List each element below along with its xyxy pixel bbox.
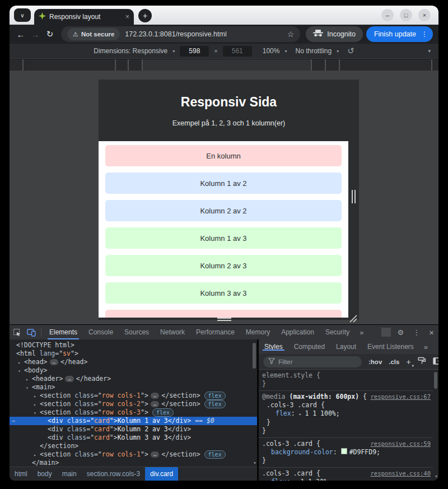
- breadcrumb-item[interactable]: div.card: [145, 467, 178, 481]
- tree-line[interactable]: ▾<main>: [10, 383, 257, 392]
- device-toolbar-more-icon[interactable]: ▾: [428, 48, 431, 54]
- style-rule[interactable]: @media (max-width: 600px) {responsive.cs…: [259, 391, 433, 438]
- address-bar[interactable]: ⚠ Not secure 172.23.0.1:8081/responsive.…: [61, 26, 300, 42]
- tree-line[interactable]: <div class="card">Kolumn 2 av 3</div>: [10, 425, 257, 434]
- viewport-resize-handle-bottom[interactable]: [217, 318, 231, 322]
- expand-shorthand-icon[interactable]: ▸: [299, 410, 305, 418]
- devtools-tab-security[interactable]: Security: [320, 325, 355, 339]
- minimize-button[interactable]: –: [381, 9, 394, 21]
- tree-line[interactable]: ▾<body>: [10, 366, 257, 375]
- breadcrumb-item[interactable]: body: [32, 467, 57, 481]
- expand-arrow-icon[interactable]: ▸: [18, 358, 21, 367]
- sidebar-tab-styles[interactable]: Styles: [259, 343, 288, 351]
- color-swatch[interactable]: [341, 448, 347, 454]
- node-menu-icon[interactable]: ⋯: [12, 417, 15, 425]
- close-devtools-icon[interactable]: ×: [424, 328, 438, 337]
- reload-icon[interactable]: ↻: [44, 29, 55, 39]
- more-sidebar-tabs-icon[interactable]: »: [419, 343, 432, 351]
- breadcrumb-item[interactable]: section.row.cols-3: [82, 467, 145, 481]
- stylesheet-link[interactable]: responsive.css:67: [371, 393, 433, 401]
- stylesheet-link[interactable]: responsive.css:59: [371, 440, 433, 448]
- tree-line[interactable]: <div class="card">Kolumn 3 av 3</div>: [10, 434, 257, 442]
- incognito-badge[interactable]: Incognito: [306, 26, 363, 42]
- browser-tab[interactable]: Responsiv layout ×: [34, 9, 134, 25]
- tree-line[interactable]: ▸<section class="row cols-1">…</section>…: [10, 392, 257, 400]
- tab-close-icon[interactable]: ×: [125, 13, 129, 21]
- collapsed-content-icon[interactable]: …: [65, 376, 73, 382]
- tree-line[interactable]: </section>: [10, 442, 257, 450]
- tree-line[interactable]: ▾<section class="row cols-3">flex: [10, 408, 257, 417]
- collapse-arrow-icon[interactable]: ▾: [26, 384, 29, 392]
- kebab-icon[interactable]: ⋮: [408, 328, 424, 337]
- device-toolbar-toggle-icon[interactable]: [24, 328, 39, 337]
- style-rule[interactable]: .cols-3 .card {responsive.css:40flex: ▸ …: [259, 468, 433, 481]
- devtools-tab-application[interactable]: Application: [276, 325, 320, 339]
- devtools-tab-sources[interactable]: Sources: [119, 325, 155, 339]
- tree-line[interactable]: <html lang="sv">: [10, 350, 257, 358]
- element-class-toggle[interactable]: .cls: [389, 358, 399, 365]
- rotate-device-icon[interactable]: ↺: [347, 46, 354, 56]
- collapsed-content-icon[interactable]: …: [151, 451, 159, 458]
- scrollbar-thumb[interactable]: [253, 343, 256, 369]
- close-button[interactable]: ×: [418, 9, 431, 21]
- dimensions-dropdown[interactable]: Dimensions: Responsive: [94, 47, 167, 55]
- expand-shorthand-icon[interactable]: ▸: [295, 478, 301, 481]
- paint-roller-icon[interactable]: [418, 357, 426, 367]
- bookmark-star-icon[interactable]: ☆: [287, 30, 295, 39]
- devtools-tab-elements[interactable]: Elements: [44, 325, 83, 339]
- expand-arrow-icon[interactable]: ▸: [34, 400, 36, 409]
- devtools-tab-performance[interactable]: Performance: [190, 325, 240, 339]
- collapsed-content-icon[interactable]: …: [151, 401, 159, 407]
- new-tab-button[interactable]: +: [138, 9, 152, 22]
- zoom-dropdown[interactable]: 100%: [263, 47, 280, 55]
- style-rule[interactable]: .cols-3 .card {responsive.css:59backgrou…: [259, 438, 433, 468]
- inspect-element-icon[interactable]: [10, 328, 24, 337]
- expand-arrow-icon[interactable]: ▸: [26, 375, 29, 384]
- media-query-segment[interactable]: [142, 59, 311, 71]
- width-input[interactable]: 598: [180, 46, 209, 57]
- tree-line[interactable]: ▸<head>…</head>: [10, 358, 257, 366]
- flex-badge[interactable]: flex: [204, 450, 226, 459]
- gear-icon[interactable]: ⚙: [393, 328, 409, 337]
- scrollbar-thumb[interactable]: [434, 372, 437, 389]
- style-rule[interactable]: element.style {}: [259, 370, 433, 391]
- url-text[interactable]: 172.23.0.1:8081/responsive.html: [125, 30, 282, 38]
- style-property[interactable]: flex: ▸ 1 1 30%;: [262, 478, 433, 481]
- flex-badge[interactable]: flex: [204, 400, 226, 408]
- more-tabs-icon[interactable]: »: [355, 328, 368, 337]
- devtools-tab-memory[interactable]: Memory: [240, 325, 276, 339]
- style-property[interactable]: flex: ▸ 1 1 100%;: [262, 409, 433, 418]
- scrollbar-down-icon[interactable]: ▾: [435, 474, 437, 479]
- back-icon[interactable]: ←: [15, 30, 26, 39]
- tree-line[interactable]: <!DOCTYPE html>: [10, 341, 257, 350]
- devtools-tab-network[interactable]: Network: [155, 325, 190, 339]
- viewport-resize-handle-right[interactable]: [352, 190, 357, 203]
- style-property[interactable]: background-color: #D9FFD9;: [262, 448, 433, 457]
- scrollbar-down-icon[interactable]: ▾: [254, 460, 256, 465]
- stylesheet-link[interactable]: responsive.css:40: [371, 469, 433, 478]
- tree-line[interactable]: ⋯<div class="card">Kolumn 1 av 3</div> =…: [10, 417, 257, 425]
- forward-icon[interactable]: →: [30, 30, 41, 39]
- finish-update-button[interactable]: Finish update ⋮: [366, 26, 433, 42]
- maximize-button[interactable]: □: [400, 9, 412, 21]
- sidebar-tab-event-listeners[interactable]: Event Listeners: [362, 343, 419, 351]
- collapse-arrow-icon[interactable]: ▾: [18, 367, 21, 375]
- devtools-tab-console[interactable]: Console: [83, 325, 119, 339]
- collapsed-content-icon[interactable]: …: [151, 393, 159, 399]
- tree-line[interactable]: ▸<header>…</header>: [10, 375, 257, 383]
- collapsed-content-icon[interactable]: …: [50, 359, 58, 365]
- expand-arrow-icon[interactable]: ▸: [34, 392, 36, 400]
- security-chip[interactable]: ⚠ Not secure: [67, 28, 120, 40]
- expand-arrow-icon[interactable]: ▸: [34, 451, 36, 459]
- new-style-rule-icon[interactable]: +▾: [406, 357, 410, 366]
- media-query-bar[interactable]: [10, 59, 438, 71]
- flex-badge[interactable]: flex: [152, 408, 174, 417]
- pseudo-class-toggle[interactable]: :hov: [368, 358, 382, 365]
- flex-badge[interactable]: flex: [204, 392, 226, 400]
- collapse-arrow-icon[interactable]: ▾: [34, 409, 36, 417]
- sidebar-tab-layout[interactable]: Layout: [330, 343, 362, 351]
- tree-line[interactable]: ▸<section class="row cols-2">…</section>…: [10, 400, 257, 408]
- styles-filter-input[interactable]: Filter: [263, 356, 362, 367]
- breadcrumb-item[interactable]: html: [10, 467, 32, 481]
- tree-line[interactable]: </main>: [10, 459, 257, 467]
